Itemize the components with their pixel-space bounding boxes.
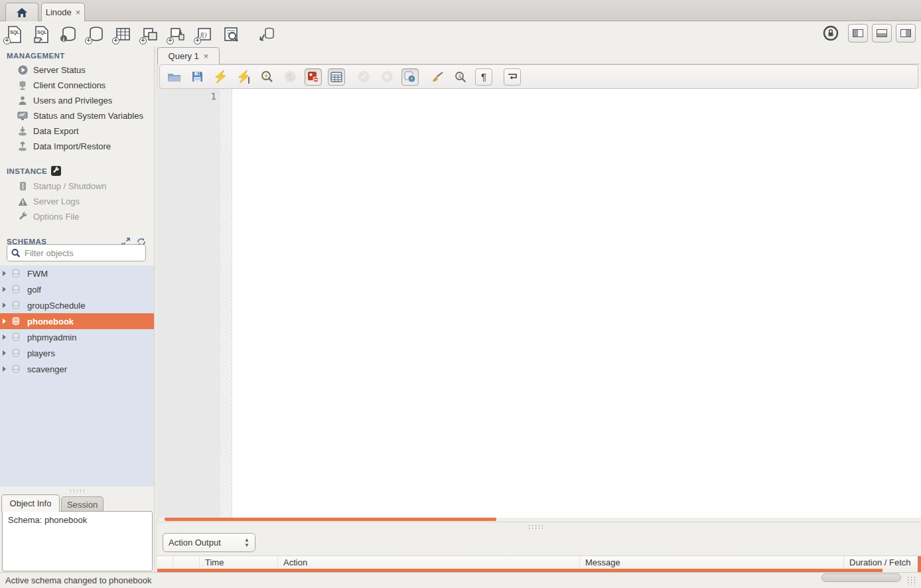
bottom-panel-icon [877, 29, 887, 37]
schema-row-phpmyadmin[interactable]: phpmyadmin [0, 329, 154, 345]
sidebar-item-system-variables[interactable]: Status and System Variables [0, 108, 154, 123]
col-message[interactable]: Message [580, 556, 844, 569]
output-panel: Action Output ▲▼ Time Action Message Dur… [157, 531, 921, 572]
limit-rows-icon [330, 72, 342, 82]
open-sql-script-button[interactable]: SQL [32, 25, 50, 44]
sidebar-item-label: Options File [33, 212, 79, 222]
home-tab[interactable] [5, 3, 38, 21]
data-import-icon [17, 141, 28, 152]
new-schema-button[interactable]: + [86, 25, 105, 44]
schema-row-groupschedule[interactable]: groupSchedule [0, 297, 154, 313]
commit-button[interactable]: ✓ [355, 68, 372, 86]
schema-row-phonebook[interactable]: phonebook [0, 313, 154, 329]
filter-objects-input[interactable] [25, 248, 141, 258]
data-export-icon [17, 126, 28, 137]
sql-editor[interactable]: 1 [157, 89, 921, 518]
tab-session[interactable]: Session [61, 496, 104, 512]
sql-editor-toolbar: ⚡ ⚡ ✋ ✓ ✕ A ¶ [159, 64, 918, 89]
spinner-arrows-icon: ▲▼ [244, 538, 249, 548]
expander-icon[interactable] [3, 350, 6, 356]
execute-button[interactable]: ⚡ [212, 68, 229, 86]
schema-row-players[interactable]: players [0, 345, 154, 361]
wrap-text-toggle[interactable] [504, 68, 521, 86]
schema-icon [11, 269, 21, 278]
stop-on-error-toggle[interactable] [305, 68, 322, 86]
editor-gutter: 1 [157, 89, 220, 518]
search-icon [11, 248, 21, 258]
sidebar-item-server-logs[interactable]: Server Logs [0, 194, 154, 209]
new-table-button[interactable]: + [113, 25, 132, 44]
beautify-button[interactable] [429, 68, 446, 86]
autocommit-toggle[interactable] [401, 68, 419, 86]
find-button[interactable]: A [452, 68, 469, 86]
sidebar-item-client-connections[interactable]: Client Connections [0, 78, 154, 93]
explain-icon [260, 70, 273, 84]
schema-row-scavenger[interactable]: scavenger [0, 361, 154, 377]
rollback-x-icon: ✕ [382, 71, 393, 82]
close-icon[interactable]: × [76, 7, 81, 17]
col-index[interactable] [173, 556, 200, 569]
col-duration[interactable]: Duration / Fetch [844, 556, 921, 569]
sidebar-item-label: Users and Privileges [33, 96, 112, 106]
tab-object-info[interactable]: Object Info [1, 494, 60, 512]
col-time[interactable]: Time [200, 556, 278, 569]
sidebar-item-options-file[interactable]: Options File [0, 209, 154, 224]
new-procedure-button[interactable]: + [168, 25, 186, 44]
save-button[interactable] [188, 68, 206, 86]
schema-row-fwm[interactable]: FWM [0, 265, 154, 281]
output-vscrollbar-thumb[interactable] [918, 556, 921, 572]
output-view-selector[interactable]: Action Output ▲▼ [163, 533, 255, 552]
bottom-scrollbar-thumb[interactable] [821, 573, 901, 582]
sidebar-item-label: Client Connections [33, 80, 106, 90]
sidebar-item-data-export[interactable]: Data Export [0, 123, 154, 139]
new-query-tab-button[interactable]: SQL + [5, 25, 23, 44]
instance-header: INSTANCE [0, 161, 154, 179]
new-view-button[interactable]: + [141, 25, 159, 44]
sidebar-item-server-status[interactable]: Server Status [0, 62, 154, 78]
expander-icon[interactable] [3, 334, 6, 340]
toggle-left-sidebar-button[interactable] [848, 24, 868, 42]
connection-tab[interactable]: Linode × [41, 3, 85, 21]
line-number: 1 [211, 91, 216, 102]
output-splitter[interactable] [157, 522, 921, 531]
sidebar-splitter-grip[interactable] [69, 489, 85, 493]
stop-button[interactable]: ✋ [281, 68, 299, 86]
schema-icon [11, 285, 21, 294]
users-icon [17, 96, 28, 106]
col-status[interactable] [157, 556, 173, 569]
execute-current-button[interactable]: ⚡ [235, 68, 252, 86]
open-file-button[interactable] [165, 68, 182, 86]
sidebar-item-data-import[interactable]: Data Import/Restore [0, 139, 154, 154]
schema-filter[interactable] [7, 244, 146, 261]
close-icon[interactable]: × [204, 51, 209, 61]
editor-hscrollbar-thumb[interactable] [165, 518, 496, 521]
schema-row-golf[interactable]: golf [0, 281, 154, 297]
tab-label: Session [67, 500, 98, 510]
expander-icon[interactable] [3, 319, 6, 324]
expander-icon[interactable] [3, 287, 6, 292]
expander-icon[interactable] [3, 303, 6, 308]
window-resize-grip[interactable] [906, 576, 917, 585]
search-table-data-button[interactable] [222, 25, 241, 44]
toggle-output-area-button[interactable] [872, 24, 892, 42]
sidebar-item-label: Server Status [33, 65, 86, 75]
expander-icon[interactable] [3, 366, 6, 372]
database-info-button[interactable]: i [59, 25, 78, 44]
limit-rows-toggle[interactable] [328, 68, 345, 86]
toggle-right-sidebar-button[interactable] [896, 24, 916, 42]
cursor-bar [248, 77, 249, 84]
new-function-button[interactable]: f() + [195, 25, 214, 44]
query-tab[interactable]: Query 1 × [157, 47, 220, 64]
explain-button[interactable] [258, 68, 275, 86]
schema-icon [11, 364, 21, 374]
col-action[interactable]: Action [278, 556, 580, 569]
sidebar-item-users-privileges[interactable]: Users and Privileges [0, 93, 154, 108]
splitter-grip[interactable] [528, 524, 543, 530]
expander-icon[interactable] [3, 271, 6, 276]
schema-icon [11, 348, 21, 358]
invisible-chars-toggle[interactable]: ¶ [475, 68, 492, 86]
rollback-button[interactable]: ✕ [378, 68, 395, 86]
reconnect-server-button[interactable] [257, 25, 276, 44]
sidebar-item-startup-shutdown[interactable]: Startup / Shutdown [0, 179, 154, 194]
left-panel-icon [853, 29, 863, 37]
